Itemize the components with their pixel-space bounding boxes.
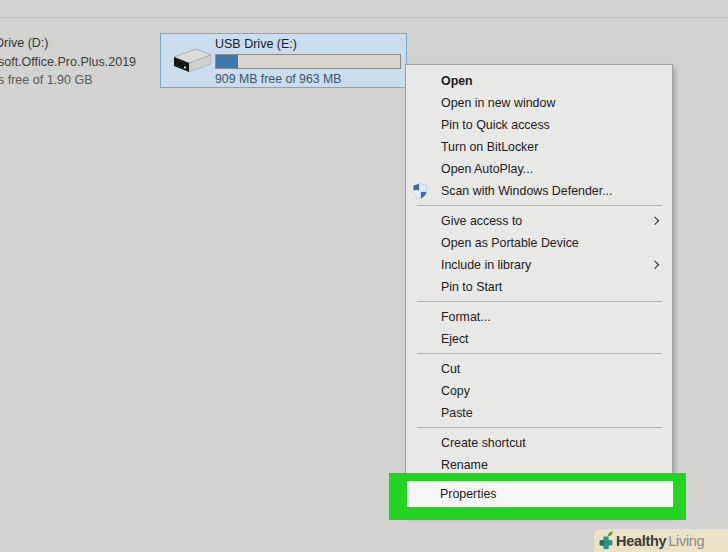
menu-separator [417, 301, 662, 302]
menu-item-label: Open as Portable Device [441, 236, 579, 250]
highlight-box: Properties [389, 473, 686, 520]
menu-item-properties[interactable]: Properties [407, 481, 673, 507]
usb-drive-tile[interactable]: USB Drive (E:) 909 MB free of 963 MB [160, 33, 407, 88]
menu-item-label: Open in new window [441, 96, 555, 110]
medical-cross-leaf-icon [597, 531, 615, 551]
watermark-badge: Healthy Living [594, 529, 728, 552]
menu-item-label: Pin to Quick access [441, 118, 550, 132]
menu-item-label: Eject [441, 332, 469, 346]
usb-drive-icon [165, 44, 213, 80]
menu-item-open[interactable]: Open [406, 70, 672, 92]
top-divider [0, 17, 728, 18]
menu-item-label: Scan with Windows Defender... [441, 184, 612, 198]
menu-item-open-as-portable-device[interactable]: Open as Portable Device [406, 232, 672, 254]
drive-d-label: soft.Office.Pro.Plus.2019 [0, 53, 160, 72]
menu-separator [417, 205, 662, 206]
menu-item-create-shortcut[interactable]: Create shortcut [406, 432, 672, 454]
menu-item-label: Open [441, 74, 473, 88]
menu-item-label: Give access to [441, 214, 522, 228]
context-menu: OpenOpen in new windowPin to Quick acces… [405, 64, 673, 516]
menu-item-open-in-new-window[interactable]: Open in new window [406, 92, 672, 114]
usb-drive-free-space: 909 MB free of 963 MB [215, 72, 341, 86]
menu-item-label: Open AutoPlay... [441, 162, 533, 176]
usb-capacity-bar-fill [216, 55, 238, 68]
menu-item-pin-to-quick-access[interactable]: Pin to Quick access [406, 114, 672, 136]
usb-capacity-bar [215, 54, 401, 69]
menu-item-label: Rename [441, 458, 488, 472]
menu-item-give-access-to[interactable]: Give access to [406, 210, 672, 232]
menu-item-scan-with-windows-defender[interactable]: Scan with Windows Defender... [406, 180, 672, 202]
menu-item-pin-to-start[interactable]: Pin to Start [406, 276, 672, 298]
drive-d-name: Drive (D:) [0, 34, 160, 53]
menu-item-open-autoplay[interactable]: Open AutoPlay... [406, 158, 672, 180]
menu-item-label: Copy [441, 384, 470, 398]
menu-item-cut[interactable]: Cut [406, 358, 672, 380]
menu-item-turn-on-bitlocker[interactable]: Turn on BitLocker [406, 136, 672, 158]
menu-item-label: Cut [441, 362, 460, 376]
menu-item-include-in-library[interactable]: Include in library [406, 254, 672, 276]
menu-item-paste[interactable]: Paste [406, 402, 672, 424]
drive-d-free-space: s free of 1.90 GB [0, 71, 160, 90]
menu-item-label: Include in library [441, 258, 531, 272]
context-menu-groups: OpenOpen in new windowPin to Quick acces… [406, 70, 672, 480]
menu-item-label: Paste [441, 406, 473, 420]
menu-item-label: Create shortcut [441, 436, 526, 450]
menu-item-label: Format... [441, 310, 491, 324]
menu-item-format[interactable]: Format... [406, 306, 672, 328]
windows-defender-shield-icon [412, 183, 428, 199]
menu-separator [417, 427, 662, 428]
file-explorer-screen: Drive (D:) soft.Office.Pro.Plus.2019 s f… [0, 0, 728, 552]
menu-item-label: Turn on BitLocker [441, 140, 538, 154]
menu-item-eject[interactable]: Eject [406, 328, 672, 350]
menu-item-copy[interactable]: Copy [406, 380, 672, 402]
menu-separator [417, 353, 662, 354]
drive-d-item[interactable]: Drive (D:) soft.Office.Pro.Plus.2019 s f… [0, 34, 160, 90]
usb-drive-title: USB Drive (E:) [215, 37, 297, 51]
watermark-brand-bold: Healthy [616, 533, 666, 549]
menu-item-label: Pin to Start [441, 280, 502, 294]
watermark-brand-light: Living [668, 533, 704, 549]
